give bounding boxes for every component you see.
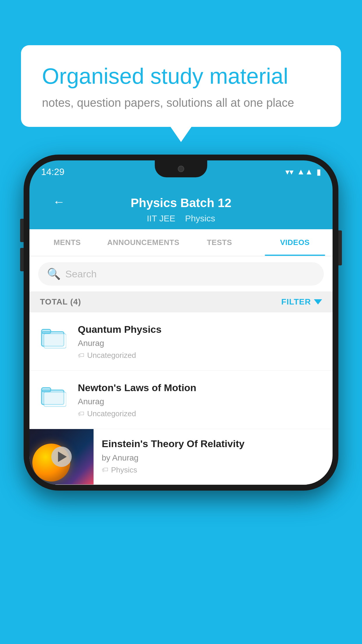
bubble-subtitle: notes, question papers, solutions all at…	[42, 96, 320, 109]
header-title: Physics Batch 12	[131, 196, 231, 210]
search-container: 🔍 Search	[29, 256, 333, 291]
play-icon	[58, 452, 67, 462]
tab-videos[interactable]: VIDEOS	[257, 229, 333, 256]
tag-icon: 🏷	[102, 466, 108, 474]
tabs-bar: MENTS ANNOUNCEMENTS TESTS VIDEOS	[29, 229, 333, 256]
subtitle-physics: Physics	[185, 214, 215, 223]
search-icon: 🔍	[47, 267, 61, 280]
total-count: TOTAL (4)	[40, 297, 81, 307]
video-info: Quantum Physics Anurag 🏷 Uncategorized	[78, 323, 322, 360]
tag-icon: 🏷	[78, 410, 84, 418]
video-thumbnail	[29, 429, 94, 484]
status-time: 14:29	[41, 167, 64, 177]
tag-label: Uncategorized	[87, 351, 136, 360]
video-title: Einstein's Theory Of Relativity	[102, 437, 324, 450]
play-button[interactable]	[51, 447, 72, 467]
list-item[interactable]: Newton's Laws of Motion Anurag 🏷 Uncateg…	[29, 371, 333, 429]
video-author: Anurag	[78, 397, 322, 406]
folder-icon	[40, 381, 69, 409]
list-item[interactable]: Quantum Physics Anurag 🏷 Uncategorized	[29, 312, 333, 371]
search-box[interactable]: 🔍 Search	[38, 262, 324, 286]
video-tag: 🏷 Uncategorized	[78, 351, 322, 360]
tag-label: Uncategorized	[87, 409, 136, 418]
app-header: ← Physics Batch 12 IIT JEE Physics	[29, 183, 333, 229]
phone-outer: 14:29 ▾▾ ▲▲ ▮ ← Physics Batch 12 IIT JEE	[24, 155, 338, 491]
tag-label: Physics	[111, 466, 137, 475]
svg-rect-9	[44, 392, 66, 407]
tab-ments[interactable]: MENTS	[29, 229, 105, 256]
power-button	[338, 230, 342, 265]
vol-down-button	[20, 248, 24, 271]
tab-announcements[interactable]: ANNOUNCEMENTS	[105, 229, 182, 256]
tag-icon: 🏷	[78, 352, 84, 359]
subtitle-iitjee: IIT JEE	[147, 214, 175, 223]
svg-rect-2	[42, 330, 51, 334]
folder-icon	[40, 323, 69, 350]
filter-label: FILTER	[281, 297, 311, 307]
filter-button[interactable]: FILTER	[281, 297, 322, 307]
video-tag: 🏷 Uncategorized	[78, 409, 322, 418]
signal-icon: ▲▲	[297, 167, 313, 176]
camera	[178, 166, 184, 172]
filter-bar: TOTAL (4) FILTER	[29, 291, 333, 312]
vol-up-button	[20, 219, 24, 242]
video-info: Einstein's Theory Of Relativity by Anura…	[94, 429, 333, 482]
svg-rect-7	[42, 388, 51, 392]
bubble-title: Organised study material	[42, 63, 320, 89]
video-tag: 🏷 Physics	[102, 466, 324, 475]
header-row: ← Physics Batch 12	[41, 190, 321, 214]
speech-bubble-container: Organised study material notes, question…	[21, 45, 341, 127]
header-subtitle: IIT JEE Physics	[41, 214, 321, 229]
tab-tests[interactable]: TESTS	[182, 229, 257, 256]
status-icons: ▾▾ ▲▲ ▮	[285, 167, 321, 177]
phone-notch	[155, 160, 207, 177]
search-input[interactable]: Search	[65, 268, 97, 280]
wifi-icon: ▾▾	[285, 167, 294, 177]
filter-icon	[314, 299, 322, 304]
battery-icon: ▮	[317, 167, 321, 177]
video-title: Quantum Physics	[78, 323, 322, 336]
list-item[interactable]: Einstein's Theory Of Relativity by Anura…	[29, 429, 333, 485]
svg-rect-4	[44, 334, 66, 348]
video-author: Anurag	[78, 339, 322, 348]
video-list: Quantum Physics Anurag 🏷 Uncategorized	[29, 312, 333, 485]
video-author: by Anurag	[102, 453, 324, 463]
video-info: Newton's Laws of Motion Anurag 🏷 Uncateg…	[78, 381, 322, 418]
phone-frame: 14:29 ▾▾ ▲▲ ▮ ← Physics Batch 12 IIT JEE	[24, 155, 338, 491]
speech-bubble: Organised study material notes, question…	[21, 45, 341, 127]
phone-screen: 14:29 ▾▾ ▲▲ ▮ ← Physics Batch 12 IIT JEE	[29, 160, 333, 485]
status-bar: 14:29 ▾▾ ▲▲ ▮	[29, 160, 333, 183]
video-title: Newton's Laws of Motion	[78, 381, 322, 394]
back-button[interactable]: ←	[53, 195, 65, 209]
